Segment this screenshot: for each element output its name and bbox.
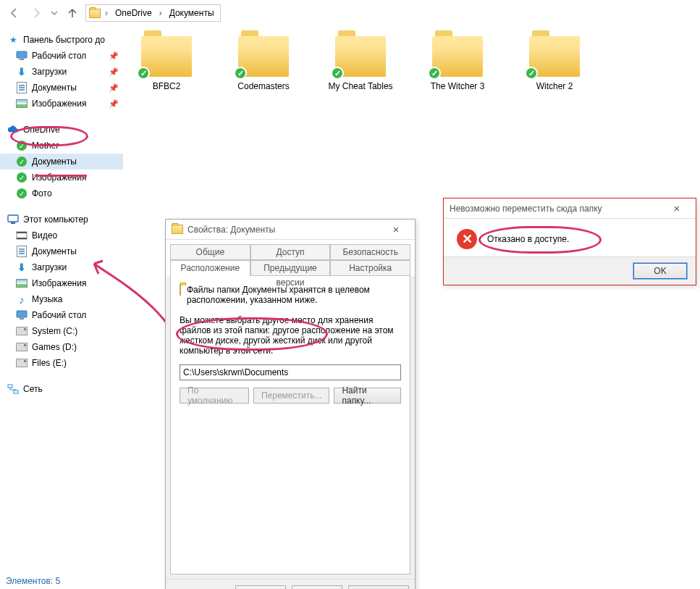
quick-access-item[interactable]: ⬇ Загрузки 📌 bbox=[0, 64, 123, 80]
folder-label: The Witcher 3 bbox=[424, 81, 491, 91]
pin-icon: 📌 bbox=[109, 99, 119, 109]
cancel-button[interactable]: Отмена bbox=[292, 585, 342, 589]
item-label: Музыка bbox=[32, 294, 62, 304]
svg-rect-8 bbox=[20, 318, 24, 319]
item-icon bbox=[16, 325, 28, 337]
quick-access-label: Панель быстрого до bbox=[23, 35, 105, 45]
onedrive-item[interactable]: ✓ Документы bbox=[0, 154, 123, 170]
location-description-1: Файлы папки Документы хранятся в целевом… bbox=[187, 285, 401, 305]
sync-icon: ✓ bbox=[16, 172, 28, 183]
tab-general[interactable]: Общие bbox=[170, 244, 250, 260]
this-pc-item[interactable]: ⬇ Загрузки bbox=[0, 259, 123, 275]
sync-icon: ✓ bbox=[16, 188, 28, 199]
onedrive-header[interactable]: OneDrive bbox=[0, 122, 123, 138]
nav-forward-button[interactable] bbox=[28, 4, 45, 22]
folder-icon: ✓ bbox=[335, 36, 386, 77]
sync-badge-icon: ✓ bbox=[137, 67, 150, 80]
location-path-input[interactable] bbox=[180, 364, 401, 380]
breadcrumb-segment[interactable]: Документы bbox=[166, 7, 217, 20]
this-pc-header[interactable]: Этот компьютер bbox=[0, 212, 123, 227]
this-pc-item[interactable]: Изображения bbox=[0, 275, 123, 291]
ok-button[interactable]: OK bbox=[633, 263, 687, 279]
item-icon bbox=[16, 82, 28, 93]
dialog-title: Невозможно переместить сюда папку bbox=[450, 204, 602, 214]
item-label: Mother bbox=[32, 141, 59, 151]
quick-access-header[interactable]: ★ Панель быстрого до bbox=[0, 32, 123, 48]
item-icon bbox=[16, 277, 28, 289]
sync-icon: ✓ bbox=[16, 156, 28, 167]
this-pc-item[interactable]: ♪ Музыка bbox=[0, 291, 123, 307]
cloud-icon bbox=[7, 124, 19, 135]
quick-access-item[interactable]: Документы 📌 bbox=[0, 80, 123, 96]
tab-security[interactable]: Безопасность bbox=[330, 244, 410, 260]
folder-icon bbox=[180, 284, 181, 296]
ok-button[interactable]: OK bbox=[235, 585, 286, 589]
network-header[interactable]: Сеть bbox=[0, 381, 123, 397]
chevron-right-icon: › bbox=[104, 8, 109, 18]
onedrive-item[interactable]: ✓ Фото bbox=[0, 185, 123, 201]
folder-item[interactable]: ✓ Codemasters bbox=[230, 36, 297, 91]
folder-item[interactable]: ✓ Witcher 2 bbox=[521, 36, 588, 91]
item-icon: ♪ bbox=[16, 293, 28, 305]
dialog-titlebar[interactable]: Свойства: Документы × bbox=[166, 220, 415, 240]
navigation-pane: ★ Панель быстрого до Рабочий стол 📌 ⬇ За… bbox=[0, 26, 123, 573]
nav-recent-dropdown[interactable] bbox=[49, 4, 59, 22]
breadcrumb-segment[interactable]: OneDrive bbox=[112, 7, 155, 20]
properties-dialog: Свойства: Документы × Общие Доступ Безоп… bbox=[165, 219, 416, 589]
item-icon bbox=[16, 230, 28, 241]
move-button[interactable]: Переместить... bbox=[253, 388, 330, 404]
error-dialog: Невозможно переместить сюда папку × ✕ От… bbox=[443, 198, 696, 285]
pin-icon: 📌 bbox=[109, 83, 119, 93]
nav-back-button[interactable] bbox=[6, 4, 23, 22]
item-label: Изображения bbox=[32, 278, 86, 288]
apply-button[interactable]: Применить bbox=[348, 585, 409, 589]
tab-location[interactable]: Расположение bbox=[170, 260, 250, 276]
folder-item[interactable]: ✓ BFBC2 bbox=[133, 36, 200, 91]
folder-icon: ✓ bbox=[141, 36, 192, 77]
item-icon bbox=[16, 50, 28, 62]
sync-badge-icon: ✓ bbox=[525, 67, 538, 80]
item-label: Files (E:) bbox=[32, 358, 67, 368]
onedrive-label: OneDrive bbox=[23, 125, 60, 135]
dialog-titlebar[interactable]: Невозможно переместить сюда папку × bbox=[444, 199, 696, 219]
onedrive-item[interactable]: ✓ Изображения bbox=[0, 170, 123, 185]
quick-access-item[interactable]: Рабочий стол 📌 bbox=[0, 48, 123, 64]
network-label: Сеть bbox=[23, 384, 43, 394]
this-pc-item[interactable]: Рабочий стол bbox=[0, 307, 123, 323]
svg-rect-10 bbox=[14, 390, 18, 393]
breadcrumb[interactable]: › OneDrive › Документы bbox=[85, 4, 221, 22]
svg-rect-1 bbox=[20, 59, 24, 60]
item-label: Фото bbox=[32, 188, 52, 199]
this-pc-item[interactable]: Games (D:) bbox=[0, 339, 123, 355]
quick-access-item[interactable]: Изображения 📌 bbox=[0, 96, 123, 112]
this-pc-item[interactable]: Видео bbox=[0, 227, 123, 243]
close-button[interactable]: × bbox=[664, 202, 690, 214]
error-body: ✕ Отказано в доступе. bbox=[444, 219, 696, 256]
item-label: Рабочий стол bbox=[32, 310, 86, 320]
pin-icon: 📌 bbox=[109, 67, 119, 77]
nav-up-button[interactable] bbox=[64, 4, 81, 22]
folder-item[interactable]: ✓ My Cheat Tables bbox=[327, 36, 394, 91]
item-label: Загрузки bbox=[32, 262, 67, 272]
folder-item[interactable]: ✓ The Witcher 3 bbox=[424, 36, 491, 91]
tab-previous-versions[interactable]: Предыдущие версии bbox=[250, 260, 331, 276]
item-label: Изображения bbox=[32, 172, 86, 183]
sync-badge-icon: ✓ bbox=[331, 67, 344, 80]
error-message: Отказано в доступе. bbox=[487, 234, 569, 244]
tab-customize[interactable]: Настройка bbox=[330, 260, 410, 276]
tab-sharing[interactable]: Доступ bbox=[250, 244, 331, 260]
dialog-footer: OK Отмена Применить bbox=[166, 579, 415, 589]
dialog-footer: OK bbox=[444, 256, 696, 285]
restore-default-button[interactable]: По умолчанию bbox=[180, 388, 249, 404]
close-button[interactable]: × bbox=[383, 223, 409, 235]
this-pc-item[interactable]: System (C:) bbox=[0, 323, 123, 339]
this-pc-item[interactable]: Files (E:) bbox=[0, 355, 123, 371]
item-icon bbox=[16, 246, 28, 257]
onedrive-item[interactable]: ✓ Mother bbox=[0, 138, 123, 154]
item-label: Документы bbox=[32, 246, 77, 256]
find-target-button[interactable]: Найти папку... bbox=[334, 388, 401, 404]
status-bar: Элементов: 5 bbox=[0, 573, 66, 589]
folder-icon bbox=[172, 225, 183, 234]
this-pc-item[interactable]: Документы bbox=[0, 243, 123, 259]
item-count: Элементов: 5 bbox=[6, 576, 60, 586]
